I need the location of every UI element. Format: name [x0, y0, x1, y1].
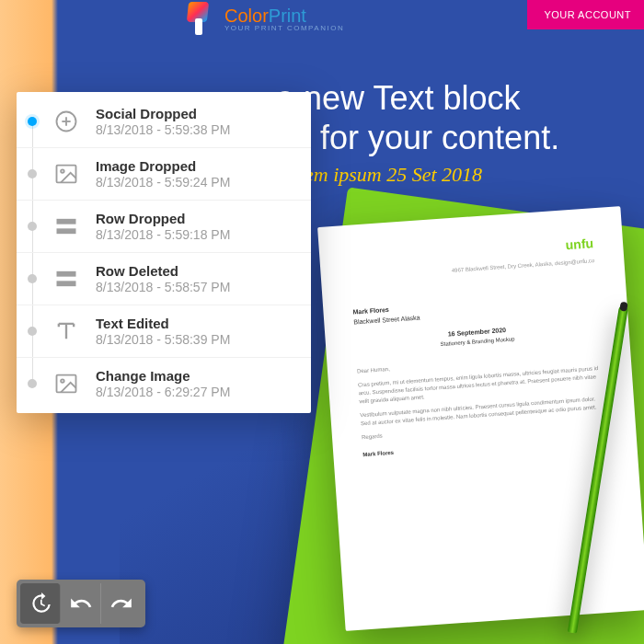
history-item-timestamp: 8/13/2018 - 5:59:18 PM: [96, 227, 296, 242]
timeline-dot: [28, 169, 37, 178]
brand-tagline: YOUR PRINT COMPANION: [224, 25, 344, 32]
history-item-title: Row Deleted: [96, 263, 296, 279]
redo-icon: [109, 592, 133, 615]
history-item-timestamp: 8/13/2018 - 5:59:24 PM: [96, 175, 296, 190]
history-item-title: Text Edited: [96, 316, 296, 331]
history-item[interactable]: Text Edited 8/13/2018 - 5:58:39 PM: [17, 305, 311, 358]
history-item-timestamp: 8/13/2018 - 5:59:38 PM: [96, 122, 296, 137]
history-item[interactable]: Row Deleted 8/13/2018 - 5:58:57 PM: [17, 253, 311, 305]
editor-toolbar: [17, 580, 145, 627]
timeline-dot: [28, 327, 37, 336]
history-item-timestamp: 8/13/2018 - 6:29:27 PM: [96, 385, 296, 399]
history-item[interactable]: Image Dropped 8/13/2018 - 5:59:24 PM: [17, 148, 311, 201]
undo-icon: [69, 592, 93, 615]
history-panel: Social Dropped 8/13/2018 - 5:59:38 PM Im…: [17, 92, 311, 413]
image-icon: [50, 367, 83, 400]
history-item-timestamp: 8/13/2018 - 5:58:39 PM: [96, 332, 296, 347]
hero-subtitle: Lorem ipsum 25 Set 2018: [276, 163, 626, 187]
row-icon: [50, 210, 83, 243]
history-item[interactable]: Change Image 8/13/2018 - 6:29:27 PM: [17, 358, 311, 409]
brand-logo-block: ColorPrint YOUR PRINT COMPANION: [184, 2, 344, 37]
letter-mockup: unfu 4967 Blackwell Street, Dry Creek, A…: [317, 206, 644, 631]
hero-line-1: a new Text block: [276, 78, 626, 118]
timeline-dot: [28, 117, 37, 126]
plus-circle-icon: [50, 105, 83, 138]
history-item[interactable]: Social Dropped 8/13/2018 - 5:59:38 PM: [17, 96, 311, 148]
history-item-timestamp: 8/13/2018 - 5:58:57 PM: [96, 280, 296, 294]
history-item-title: Row Dropped: [96, 211, 296, 226]
brand-name: ColorPrint: [224, 6, 344, 25]
text-icon: [50, 315, 83, 348]
row-icon: [50, 262, 83, 295]
brand-mark-icon: [184, 2, 215, 37]
history-item-title: Change Image: [96, 368, 296, 384]
redo-button[interactable]: [101, 583, 142, 624]
history-item-title: Social Dropped: [96, 106, 296, 121]
history-item-title: Image Dropped: [96, 158, 296, 174]
hero-text-block[interactable]: a new Text block dy for your content. Lo…: [276, 78, 626, 187]
hero-line-2: dy for your content.: [276, 118, 626, 157]
timeline-dot: [28, 379, 37, 388]
your-account-button[interactable]: YOUR ACCOUNT: [527, 0, 644, 29]
history-item[interactable]: Row Dropped 8/13/2018 - 5:59:18 PM: [17, 201, 311, 253]
history-icon: [29, 592, 52, 615]
image-icon: [50, 157, 83, 190]
paper-body: Dear Human, Cras pretium, mi ut elementu…: [357, 350, 607, 458]
history-button[interactable]: [20, 583, 61, 624]
undo-button[interactable]: [61, 583, 101, 624]
timeline-dot: [28, 274, 37, 283]
timeline-dot: [28, 222, 37, 231]
